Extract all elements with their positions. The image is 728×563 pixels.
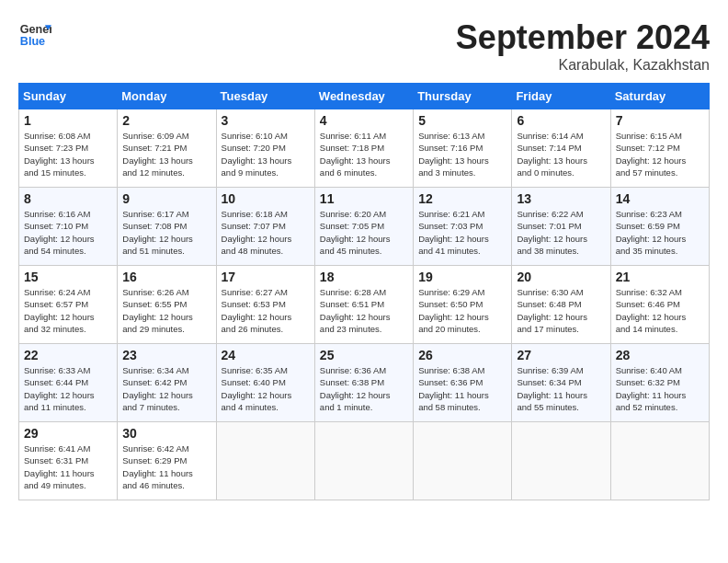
calendar-cell: 1Sunrise: 6:08 AM Sunset: 7:23 PM Daylig…: [19, 109, 118, 188]
day-number: 9: [122, 191, 210, 206]
calendar-cell: 28Sunrise: 6:40 AM Sunset: 6:32 PM Dayli…: [610, 344, 709, 422]
calendar-row-2: 8Sunrise: 6:16 AM Sunset: 7:10 PM Daylig…: [19, 188, 710, 266]
header: General Blue September 2024 Karabulak, K…: [18, 18, 710, 74]
weekday-header-friday: Friday: [512, 84, 610, 109]
day-info: Sunrise: 6:34 AM Sunset: 6:42 PM Dayligh…: [122, 364, 210, 413]
calendar-row-4: 22Sunrise: 6:33 AM Sunset: 6:44 PM Dayli…: [19, 344, 710, 422]
day-number: 8: [24, 191, 112, 206]
day-info: Sunrise: 6:42 AM Sunset: 6:29 PM Dayligh…: [122, 442, 210, 491]
day-number: 17: [222, 270, 310, 284]
calendar-cell: 4Sunrise: 6:11 AM Sunset: 7:18 PM Daylig…: [314, 109, 413, 188]
title-area: September 2024 Karabulak, Kazakhstan: [456, 18, 710, 74]
calendar-cell: 20Sunrise: 6:30 AM Sunset: 6:48 PM Dayli…: [512, 266, 610, 344]
weekday-header-saturday: Saturday: [610, 84, 709, 109]
day-info: Sunrise: 6:18 AM Sunset: 7:07 PM Dayligh…: [222, 208, 310, 257]
day-info: Sunrise: 6:13 AM Sunset: 7:16 PM Dayligh…: [418, 130, 506, 178]
day-number: 3: [222, 113, 310, 128]
day-info: Sunrise: 6:11 AM Sunset: 7:18 PM Dayligh…: [320, 130, 408, 178]
day-info: Sunrise: 6:40 AM Sunset: 6:32 PM Dayligh…: [616, 364, 704, 413]
weekday-header-sunday: Sunday: [19, 84, 118, 109]
day-number: 26: [418, 348, 506, 362]
calendar-cell: 29Sunrise: 6:41 AM Sunset: 6:31 PM Dayli…: [19, 422, 118, 500]
calendar-cell: 24Sunrise: 6:35 AM Sunset: 6:40 PM Dayli…: [216, 344, 314, 422]
logo-icon: General Blue: [18, 18, 51, 52]
weekday-header-thursday: Thursday: [414, 84, 512, 109]
day-number: 28: [616, 348, 704, 362]
day-info: Sunrise: 6:20 AM Sunset: 7:05 PM Dayligh…: [320, 208, 408, 257]
calendar-cell: 10Sunrise: 6:18 AM Sunset: 7:07 PM Dayli…: [216, 188, 314, 266]
day-number: 18: [320, 270, 408, 284]
weekday-header-monday: Monday: [118, 84, 216, 109]
day-info: Sunrise: 6:27 AM Sunset: 6:53 PM Dayligh…: [222, 286, 310, 335]
calendar-cell: 25Sunrise: 6:36 AM Sunset: 6:38 PM Dayli…: [314, 344, 413, 422]
day-number: 11: [320, 191, 408, 206]
day-number: 25: [320, 348, 408, 362]
day-number: 10: [222, 191, 310, 206]
calendar-cell: [512, 422, 610, 500]
calendar-cell: 22Sunrise: 6:33 AM Sunset: 6:44 PM Dayli…: [19, 344, 118, 422]
day-number: 24: [222, 348, 310, 362]
calendar-cell: 13Sunrise: 6:22 AM Sunset: 7:01 PM Dayli…: [512, 188, 610, 266]
calendar-row-5: 29Sunrise: 6:41 AM Sunset: 6:31 PM Dayli…: [19, 422, 710, 500]
calendar-cell: 27Sunrise: 6:39 AM Sunset: 6:34 PM Dayli…: [512, 344, 610, 422]
day-number: 5: [418, 113, 506, 128]
day-info: Sunrise: 6:22 AM Sunset: 7:01 PM Dayligh…: [517, 208, 605, 257]
calendar-cell: 14Sunrise: 6:23 AM Sunset: 6:59 PM Dayli…: [610, 188, 709, 266]
svg-text:Blue: Blue: [20, 35, 45, 48]
logo: General Blue: [18, 18, 51, 52]
calendar-cell: 11Sunrise: 6:20 AM Sunset: 7:05 PM Dayli…: [314, 188, 413, 266]
calendar-cell: 9Sunrise: 6:17 AM Sunset: 7:08 PM Daylig…: [118, 188, 216, 266]
day-number: 23: [122, 348, 210, 362]
calendar-cell: 5Sunrise: 6:13 AM Sunset: 7:16 PM Daylig…: [414, 109, 512, 188]
day-info: Sunrise: 6:08 AM Sunset: 7:23 PM Dayligh…: [24, 130, 112, 178]
day-number: 19: [418, 270, 506, 284]
day-info: Sunrise: 6:30 AM Sunset: 6:48 PM Dayligh…: [517, 286, 605, 335]
calendar-cell: [414, 422, 512, 500]
day-number: 13: [517, 191, 605, 206]
day-number: 7: [616, 113, 704, 128]
weekday-header-row: SundayMondayTuesdayWednesdayThursdayFrid…: [19, 84, 710, 109]
day-info: Sunrise: 6:38 AM Sunset: 6:36 PM Dayligh…: [418, 364, 506, 413]
day-info: Sunrise: 6:14 AM Sunset: 7:14 PM Dayligh…: [517, 130, 605, 178]
day-number: 27: [517, 348, 605, 362]
day-info: Sunrise: 6:36 AM Sunset: 6:38 PM Dayligh…: [320, 364, 408, 413]
day-info: Sunrise: 6:15 AM Sunset: 7:12 PM Dayligh…: [616, 130, 704, 178]
day-info: Sunrise: 6:39 AM Sunset: 6:34 PM Dayligh…: [517, 364, 605, 413]
day-info: Sunrise: 6:24 AM Sunset: 6:57 PM Dayligh…: [24, 286, 112, 335]
day-info: Sunrise: 6:28 AM Sunset: 6:51 PM Dayligh…: [320, 286, 408, 335]
day-info: Sunrise: 6:10 AM Sunset: 7:20 PM Dayligh…: [222, 130, 310, 178]
location-title: Karabulak, Kazakhstan: [456, 57, 710, 74]
day-number: 6: [517, 113, 605, 128]
day-info: Sunrise: 6:23 AM Sunset: 6:59 PM Dayligh…: [616, 208, 704, 257]
calendar-cell: 3Sunrise: 6:10 AM Sunset: 7:20 PM Daylig…: [216, 109, 314, 188]
day-info: Sunrise: 6:33 AM Sunset: 6:44 PM Dayligh…: [24, 364, 112, 413]
day-number: 20: [517, 270, 605, 284]
day-number: 16: [122, 270, 210, 284]
day-info: Sunrise: 6:32 AM Sunset: 6:46 PM Dayligh…: [616, 286, 704, 335]
calendar-cell: 8Sunrise: 6:16 AM Sunset: 7:10 PM Daylig…: [19, 188, 118, 266]
calendar-cell: 6Sunrise: 6:14 AM Sunset: 7:14 PM Daylig…: [512, 109, 610, 188]
day-number: 29: [24, 426, 112, 441]
day-number: 21: [616, 270, 704, 284]
calendar-table: SundayMondayTuesdayWednesdayThursdayFrid…: [18, 83, 710, 500]
day-info: Sunrise: 6:26 AM Sunset: 6:55 PM Dayligh…: [122, 286, 210, 335]
calendar-cell: 21Sunrise: 6:32 AM Sunset: 6:46 PM Dayli…: [610, 266, 709, 344]
day-number: 30: [122, 426, 210, 441]
day-number: 1: [24, 113, 112, 128]
calendar-cell: [314, 422, 413, 500]
day-info: Sunrise: 6:35 AM Sunset: 6:40 PM Dayligh…: [222, 364, 310, 413]
day-info: Sunrise: 6:21 AM Sunset: 7:03 PM Dayligh…: [418, 208, 506, 257]
day-number: 15: [24, 270, 112, 284]
day-info: Sunrise: 6:17 AM Sunset: 7:08 PM Dayligh…: [122, 208, 210, 257]
day-number: 2: [122, 113, 210, 128]
calendar-cell: 19Sunrise: 6:29 AM Sunset: 6:50 PM Dayli…: [414, 266, 512, 344]
calendar-cell: 2Sunrise: 6:09 AM Sunset: 7:21 PM Daylig…: [118, 109, 216, 188]
calendar-cell: 26Sunrise: 6:38 AM Sunset: 6:36 PM Dayli…: [414, 344, 512, 422]
weekday-header-wednesday: Wednesday: [314, 84, 413, 109]
day-number: 12: [418, 191, 506, 206]
day-number: 22: [24, 348, 112, 362]
calendar-cell: 30Sunrise: 6:42 AM Sunset: 6:29 PM Dayli…: [118, 422, 216, 500]
month-title: September 2024: [456, 18, 710, 57]
day-number: 14: [616, 191, 704, 206]
calendar-row-1: 1Sunrise: 6:08 AM Sunset: 7:23 PM Daylig…: [19, 109, 710, 188]
